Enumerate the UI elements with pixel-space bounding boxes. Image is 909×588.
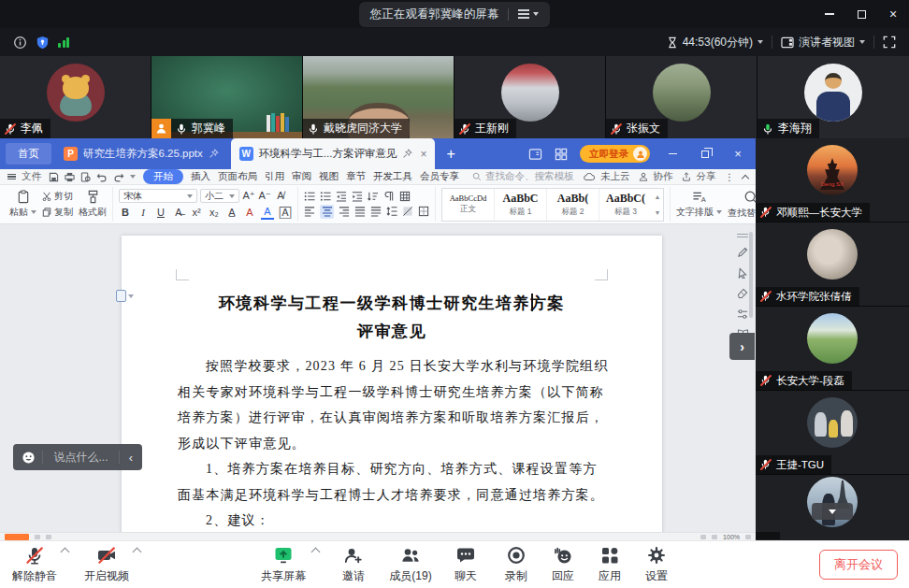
print-preview-icon[interactable] (80, 172, 91, 182)
paragraph-mark-icon[interactable] (383, 191, 395, 202)
highlight-color-icon[interactable]: A (243, 207, 256, 219)
ribbon-tab-section[interactable]: 章节 (346, 170, 366, 183)
underline-icon[interactable]: U (154, 207, 167, 219)
char-border-icon[interactable]: 🄰 (279, 207, 292, 219)
collab-item[interactable]: 协作 (639, 170, 673, 183)
invite-button[interactable]: 邀请 (332, 545, 375, 584)
video-tile-guojifeng[interactable]: 郭冀峰 (152, 56, 303, 138)
zoom-level[interactable]: 100% (723, 534, 740, 540)
shield-security-icon[interactable] (36, 36, 50, 50)
login-button[interactable]: 立即登录 (580, 145, 650, 163)
video-tile-lipei[interactable]: 李佩 (0, 56, 152, 138)
align-center-icon[interactable] (320, 205, 334, 219)
sidebar-tile-duanlei[interactable]: 长安大学-段磊 (756, 307, 909, 391)
copy-button[interactable]: 复制 (42, 206, 73, 219)
apps-button[interactable]: 应用 (588, 545, 631, 584)
video-tile-daixiaohu[interactable]: 戴晓虎同济大学 (303, 56, 454, 138)
apps-grid-icon[interactable] (555, 148, 568, 161)
decrease-indent-icon[interactable] (336, 191, 347, 202)
bold-icon[interactable]: B (119, 207, 132, 219)
style-normal[interactable]: AaBbCcDd正文 (442, 189, 495, 221)
sidebar-tile-partial[interactable] (756, 475, 909, 539)
ribbon-tab-reference[interactable]: 引用 (265, 170, 284, 183)
ribbon-tab-insert[interactable]: 插入 (191, 170, 210, 183)
style-gallery-arrows[interactable]: ▲▼ (652, 189, 663, 221)
align-left-icon[interactable] (304, 206, 315, 217)
pin-icon[interactable] (209, 149, 219, 159)
fullscreen-icon[interactable] (883, 36, 896, 49)
cloud-sync-item[interactable]: 未上云 (584, 170, 630, 183)
align-justify-icon[interactable] (354, 206, 366, 217)
cursor-icon[interactable] (737, 267, 748, 279)
status-mode-chip[interactable] (5, 534, 29, 540)
italic-icon[interactable]: I (137, 207, 150, 219)
tab-close-icon[interactable]: × (420, 148, 426, 161)
share-screen-button[interactable]: 共享屏幕 (252, 545, 314, 584)
ribbon-tab-layout[interactable]: 页面布局 (218, 170, 257, 183)
increase-indent-icon[interactable] (352, 191, 363, 202)
pen-icon[interactable] (737, 247, 748, 258)
text-layout-button[interactable]: A 文字排版 (676, 191, 722, 219)
font-name-select[interactable]: 宋体 (119, 189, 197, 203)
shrink-font-icon[interactable]: A⁻ (258, 190, 271, 202)
subscript-icon[interactable]: x₂ (208, 207, 221, 219)
bullet-list-icon[interactable] (304, 191, 315, 202)
chat-quick-bar[interactable]: 说点什么... ‹ (13, 444, 142, 470)
style-heading1[interactable]: AaBbC标题 1 (495, 189, 547, 221)
network-signal-icon[interactable] (58, 37, 69, 48)
borders-icon[interactable] (418, 206, 429, 217)
adjust-sliders-icon[interactable] (737, 308, 748, 320)
align-right-icon[interactable] (339, 206, 350, 217)
scroll-down-button[interactable] (812, 503, 853, 520)
more-menu-icon[interactable]: ⋮ (725, 171, 735, 182)
unmute-button[interactable]: 解除静音 (6, 545, 64, 584)
style-heading2[interactable]: AaBb(标题 2 (547, 189, 599, 221)
view-mode-switch[interactable]: 演讲者视图 (781, 35, 865, 50)
table-icon[interactable] (399, 191, 411, 202)
quickbar-caret-icon[interactable] (130, 175, 136, 179)
video-tile-wangxingang[interactable]: 王新刚 (454, 56, 606, 138)
ribbon-tab-devtools[interactable]: 开发工具 (373, 170, 412, 183)
number-list-icon[interactable] (320, 191, 331, 202)
wps-minimize-button[interactable] (662, 144, 683, 165)
leave-meeting-button[interactable]: 离开会议 (819, 550, 898, 580)
ribbon-tab-start[interactable]: 开始 (143, 169, 183, 184)
print-icon[interactable] (65, 172, 75, 182)
document-page[interactable]: 环境科学与工程一级学科博士研究生培养方案 评审意见 按照学校要求，2023 年 … (122, 236, 662, 532)
command-search[interactable]: 查找命令、搜索模板 (472, 170, 574, 183)
start-video-button[interactable]: 开启视频 (78, 545, 136, 584)
bookmark-icon[interactable] (116, 290, 134, 302)
distribute-icon[interactable] (370, 206, 382, 217)
document-canvas[interactable]: 环境科学与工程一级学科博士研究生培养方案 评审意见 按照学校要求，2023 年 … (0, 224, 756, 532)
wps-home-tab[interactable]: 首页 (6, 143, 51, 165)
collapse-ribbon-icon[interactable] (742, 174, 749, 181)
line-spacing-icon[interactable] (386, 206, 397, 217)
format-painter-button[interactable]: 格式刷 (79, 190, 107, 219)
doc-scrollbar[interactable] (749, 232, 753, 318)
chat-collapse-icon[interactable]: ‹ (120, 451, 142, 465)
emoji-icon[interactable] (13, 451, 42, 465)
file-menu[interactable]: 文件 (7, 170, 41, 183)
shading-icon[interactable] (402, 206, 413, 217)
eraser-icon[interactable] (737, 288, 748, 299)
chat-button[interactable]: 聊天 (444, 545, 487, 584)
share-options-caret[interactable] (312, 549, 319, 555)
text-effects-icon[interactable]: A̲ (225, 207, 238, 219)
clear-format-icon[interactable]: A̸ (274, 190, 287, 202)
rail-handle-icon[interactable] (737, 234, 748, 237)
maximize-button[interactable] (845, 0, 877, 28)
sort-icon[interactable] (368, 191, 379, 202)
ribbon-tab-view[interactable]: 视图 (319, 170, 339, 183)
unmute-options-caret[interactable] (62, 549, 68, 555)
record-button[interactable]: 录制 (495, 545, 538, 584)
switch-window-icon[interactable] (528, 148, 542, 161)
wps-close-button[interactable]: × (728, 144, 748, 165)
redo-icon[interactable] (113, 172, 124, 182)
settings-button[interactable]: 设置 (635, 545, 678, 584)
wps-restore-button[interactable] (695, 144, 715, 165)
chat-input-placeholder[interactable]: 说点什么... (43, 450, 119, 466)
font-color-icon[interactable]: A (261, 206, 274, 220)
share-menu-icon[interactable] (518, 9, 539, 19)
share-item[interactable]: 分享 (682, 170, 716, 183)
video-tile-lihaixiang[interactable]: 李海翔 (758, 56, 909, 138)
